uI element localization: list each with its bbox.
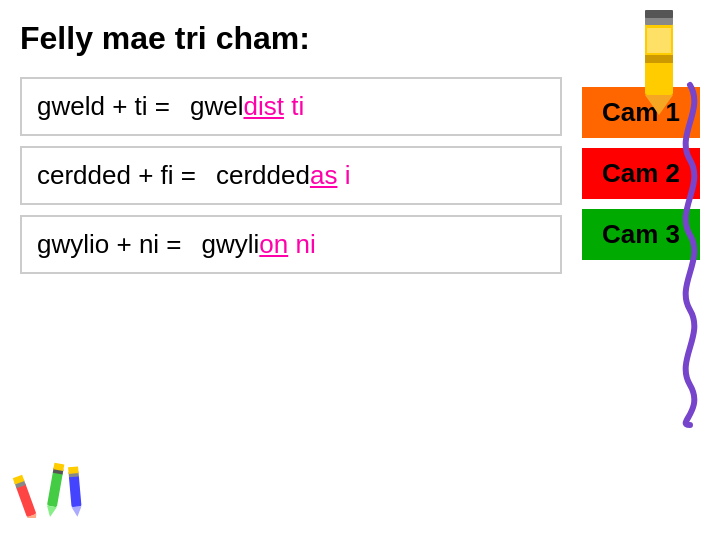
eq3-left: gwylio + ni = bbox=[37, 229, 182, 260]
eq1-left: gweld + ti = bbox=[37, 91, 170, 122]
eq2-highlight: as bbox=[310, 160, 337, 190]
equations-area: gweld + ti = gweldist ti cerdded + fi = … bbox=[20, 77, 562, 274]
eq3-highlight: on bbox=[259, 229, 288, 259]
equation-row-3: gwylio + ni = gwylion ni bbox=[20, 215, 562, 274]
svg-marker-11 bbox=[45, 505, 57, 517]
svg-rect-17 bbox=[68, 466, 79, 474]
eq3-right: gwylion ni bbox=[202, 229, 316, 260]
equation-row-1: gweld + ti = gweldist ti bbox=[20, 77, 562, 136]
equation-row-2: cerdded + fi = cerddedas i bbox=[20, 146, 562, 205]
svg-marker-15 bbox=[72, 506, 83, 517]
svg-marker-1 bbox=[645, 95, 673, 115]
svg-rect-4 bbox=[645, 55, 673, 63]
eq2-right: cerddedas i bbox=[216, 160, 350, 191]
page-title: Felly mae tri cham: bbox=[0, 0, 720, 67]
svg-rect-5 bbox=[647, 28, 671, 53]
svg-rect-14 bbox=[69, 475, 82, 507]
svg-rect-10 bbox=[47, 471, 63, 507]
squiggle-decoration-icon bbox=[670, 80, 710, 430]
svg-rect-6 bbox=[16, 483, 37, 518]
eq1-highlight: dist bbox=[243, 91, 283, 121]
eq2-left: cerdded + fi = bbox=[37, 160, 196, 191]
eq1-right: gweldist ti bbox=[190, 91, 304, 122]
svg-rect-3 bbox=[645, 10, 673, 18]
crayon-bottom-left-icon bbox=[10, 460, 110, 520]
